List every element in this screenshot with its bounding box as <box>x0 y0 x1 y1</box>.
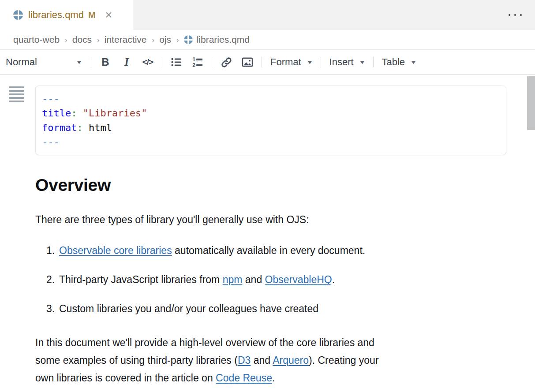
toolbar-divider <box>321 57 321 67</box>
outro-paragraph: In this document we'll provide a high-le… <box>35 334 535 387</box>
text-run: ). Creating your <box>309 355 379 366</box>
breadcrumb-item-ojs[interactable]: ojs <box>159 34 171 45</box>
code-token <box>77 108 82 119</box>
insert-menu[interactable]: Insert ▼ <box>328 56 367 68</box>
paragraph-style-value: Normal <box>6 56 37 68</box>
bullet-list-button[interactable] <box>169 53 184 71</box>
text-run: . <box>332 274 335 285</box>
format-menu[interactable]: Format ▼ <box>269 56 314 68</box>
editor-window: libraries.qmd M × quarto-web › docs › in… <box>0 0 535 392</box>
paragraph-style-select[interactable]: Normal ▼ <box>6 56 84 68</box>
list-marker: 2. <box>46 273 57 286</box>
code-token: --- <box>42 137 60 148</box>
doc-link[interactable]: D3 <box>238 355 251 366</box>
code-token <box>83 122 89 133</box>
text-run: and <box>242 274 265 285</box>
code-token: format <box>42 122 77 133</box>
chevron-down-icon: ▼ <box>359 60 365 65</box>
code-button[interactable]: </> <box>140 53 155 71</box>
code-token: html <box>89 122 112 133</box>
toolbar-divider <box>373 57 374 67</box>
code-token: title <box>42 108 71 119</box>
document-heading: Overview <box>35 175 535 195</box>
insert-menu-label: Insert <box>329 56 354 68</box>
formatting-toolbar: Normal ▼ B I </> 1 2 <box>0 50 535 75</box>
breadcrumb-item-docs[interactable]: docs <box>72 34 92 45</box>
toolbar-divider <box>91 57 91 67</box>
toolbar-divider <box>162 57 162 67</box>
chevron-right-icon: › <box>176 35 179 45</box>
code-token: : <box>77 122 82 133</box>
text-run: There are three types of library you'll … <box>35 214 309 225</box>
doc-link[interactable]: Arquero <box>273 355 309 366</box>
table-menu-label: Table <box>382 56 405 68</box>
toolbar-divider <box>262 57 262 67</box>
bullet-list-icon <box>170 56 183 68</box>
text-run: and <box>251 355 273 366</box>
table-menu[interactable]: Table ▼ <box>380 56 418 68</box>
tab-libraries-qmd[interactable]: libraries.qmd M × <box>0 0 133 30</box>
code-line: title: "Libraries" <box>42 106 500 120</box>
paragraph-line: In this document we'll provide a high-le… <box>35 334 535 351</box>
quarto-file-icon <box>184 35 193 44</box>
document-editor: ---title: "Libraries"format: html--- Ove… <box>0 75 535 392</box>
doc-link[interactable]: Observable core libraries <box>59 245 172 256</box>
list-item-text: Observable core libraries automatically … <box>59 244 365 257</box>
ordered-list-icon: 1 2 <box>191 56 204 68</box>
text-run: Third-party JavaScript libraries from <box>59 274 223 285</box>
code-line: --- <box>42 91 500 106</box>
chevron-down-icon: ▼ <box>410 60 417 65</box>
list-item-text: Third-party JavaScript libraries from np… <box>59 273 335 286</box>
list-item-text: Custom libraries you and/or your colleag… <box>59 302 318 315</box>
doc-link[interactable]: npm <box>223 274 243 285</box>
close-icon[interactable]: × <box>105 9 112 21</box>
text-run: . <box>272 372 275 384</box>
breadcrumb-item-file[interactable]: libraries.qmd <box>184 34 250 45</box>
breadcrumb: quarto-web › docs › interactive › ojs › … <box>0 30 535 50</box>
list-item: 2. Third-party JavaScript libraries from… <box>46 273 535 286</box>
format-menu-label: Format <box>270 56 301 68</box>
numbered-list: 1. Observable core libraries automatical… <box>46 244 535 315</box>
modified-badge: M <box>88 10 96 20</box>
list-item: 3. Custom libraries you and/or your coll… <box>46 302 535 315</box>
code-token: "Libraries" <box>83 108 147 119</box>
link-icon <box>221 56 232 68</box>
image-icon <box>241 56 254 68</box>
chevron-right-icon: › <box>97 35 100 45</box>
tab-bar: libraries.qmd M × <box>0 0 535 30</box>
insert-link-button[interactable] <box>219 53 234 71</box>
code-line: --- <box>42 135 500 149</box>
svg-text:2: 2 <box>192 62 195 68</box>
breadcrumb-item-quarto-web[interactable]: quarto-web <box>13 34 60 45</box>
insert-image-button[interactable] <box>240 53 255 71</box>
italic-button[interactable]: I <box>119 53 134 71</box>
code-token: : <box>71 108 77 119</box>
chevron-down-icon: ▼ <box>307 60 313 65</box>
ordered-list-button[interactable]: 1 2 <box>190 53 205 71</box>
text-run: own libraries is covered in the article … <box>35 372 216 384</box>
doc-link[interactable]: ObservableHQ <box>265 274 332 285</box>
text-run: some examples of using third-party libra… <box>35 355 238 366</box>
vertical-scrollbar-thumb[interactable] <box>527 76 535 130</box>
code-line: format: html <box>42 120 500 135</box>
text-run: Custom libraries you and/or your colleag… <box>59 303 318 314</box>
tab-title: libraries.qmd <box>28 9 84 21</box>
intro-paragraph: There are three types of library you'll … <box>35 213 535 226</box>
text-run: In this document we'll provide a high-le… <box>35 337 374 348</box>
paragraph-line: own libraries is covered in the article … <box>35 369 535 387</box>
chevron-right-icon: › <box>151 35 154 45</box>
text-run: automatically available in every documen… <box>172 245 366 256</box>
breadcrumb-item-interactive[interactable]: interactive <box>105 34 147 45</box>
list-marker: 1. <box>46 244 57 257</box>
paragraph-line: some examples of using third-party libra… <box>35 351 535 369</box>
drag-handle-icon[interactable] <box>9 86 24 102</box>
chevron-down-icon: ▼ <box>76 60 82 65</box>
doc-link[interactable]: Code Reuse <box>216 372 272 384</box>
yaml-front-matter-block[interactable]: ---title: "Libraries"format: html--- <box>35 86 506 155</box>
toolbar-divider <box>212 57 212 67</box>
list-item: 1. Observable core libraries automatical… <box>46 244 535 257</box>
code-token: --- <box>42 93 60 104</box>
more-actions-icon[interactable] <box>505 11 525 19</box>
bold-button[interactable]: B <box>98 53 113 71</box>
quarto-file-icon <box>13 10 23 20</box>
